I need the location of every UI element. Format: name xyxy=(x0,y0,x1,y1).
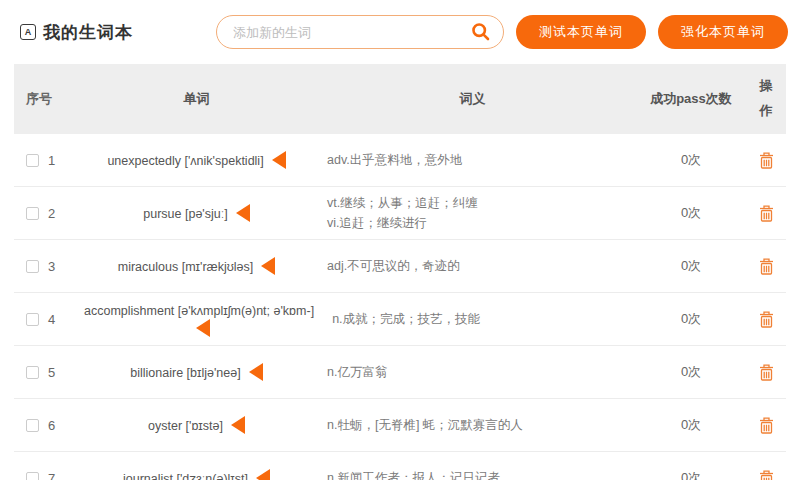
top-bar: A 我的生词本 测试本页单词 强化本页单词 xyxy=(0,0,800,64)
word-text: miraculous [mɪ'rækjʊləs] xyxy=(118,260,254,274)
row-checkbox[interactable] xyxy=(26,207,39,220)
table-row: 5 billionaire [bɪljə'neə] n.亿万富翁 0次 xyxy=(14,346,786,399)
row-checkbox[interactable] xyxy=(26,366,39,379)
delete-word-button[interactable] xyxy=(758,416,775,435)
row-index: 6 xyxy=(48,418,55,433)
table-row: 1 unexpectedly ['ʌnik'spektidli] adv.出乎意… xyxy=(14,134,786,187)
delete-word-button[interactable] xyxy=(758,151,775,170)
pass-count: 0次 xyxy=(636,257,746,275)
pronounce-icon[interactable] xyxy=(249,363,263,381)
table-header-row: 序号 单词 词义 成功pass次数 操作 xyxy=(14,64,786,134)
page-title: 我的生词本 xyxy=(43,21,133,44)
trash-icon xyxy=(758,257,775,276)
row-index: 1 xyxy=(48,153,55,168)
row-index: 2 xyxy=(48,206,55,221)
word-text: unexpectedly ['ʌnik'spektidli] xyxy=(107,154,263,168)
pronounce-icon[interactable] xyxy=(236,204,250,222)
row-index: 4 xyxy=(48,312,55,327)
pronounce-icon[interactable] xyxy=(231,416,245,434)
delete-word-button[interactable] xyxy=(758,469,775,480)
pronounce-icon[interactable] xyxy=(196,319,210,337)
col-header-action: 操作 xyxy=(746,74,786,123)
pass-count: 0次 xyxy=(636,416,746,434)
word-text: oyster ['ɒɪstə] xyxy=(148,419,223,433)
row-index: 7 xyxy=(48,471,55,480)
word-text: billionaire [bɪljə'neə] xyxy=(130,366,240,380)
pronounce-icon[interactable] xyxy=(261,257,275,275)
trash-icon xyxy=(758,310,775,329)
col-header-word: 单词 xyxy=(84,90,309,108)
col-header-meaning: 词义 xyxy=(309,90,636,108)
word-text: accomplishment [ə'kʌmplɪʃm(ə)nt; ə'kɒm-] xyxy=(84,304,314,318)
word-meaning: adj.不可思议的，奇迹的 xyxy=(327,259,460,273)
search-icon xyxy=(471,22,491,42)
word-text: pursue [pə'sjuː] xyxy=(143,207,227,221)
trash-icon xyxy=(758,204,775,223)
word-meaning: n.新闻工作者；报人；记日记者 xyxy=(327,471,500,480)
row-index: 5 xyxy=(48,365,55,380)
pass-count: 0次 xyxy=(636,469,746,480)
word-text: journalist ['dʒɜːn(ə)lɪst] xyxy=(123,472,248,480)
pass-count: 0次 xyxy=(636,310,746,328)
table-row: 3 miraculous [mɪ'rækjʊləs] adj.不可思议的，奇迹的… xyxy=(14,240,786,293)
pass-count: 0次 xyxy=(636,363,746,381)
delete-word-button[interactable] xyxy=(758,363,775,382)
table-row: 6 oyster ['ɒɪstə] n.牡蛎，[无脊椎] 蚝；沉默寡言的人 0次 xyxy=(14,399,786,452)
word-meaning: vt.继续；从事；追赶；纠缠 vi.追赶；继续进行 xyxy=(327,196,478,230)
col-header-index: 序号 xyxy=(14,90,84,108)
test-page-words-button[interactable]: 测试本页单词 xyxy=(516,15,646,49)
pass-count: 0次 xyxy=(636,204,746,222)
word-meaning: adv.出乎意料地，意外地 xyxy=(327,153,462,167)
row-index: 3 xyxy=(48,259,55,274)
row-checkbox[interactable] xyxy=(26,154,39,167)
word-meaning: n.牡蛎，[无脊椎] 蚝；沉默寡言的人 xyxy=(327,418,523,432)
add-word-search-box xyxy=(216,15,504,49)
delete-word-button[interactable] xyxy=(758,310,775,329)
search-button[interactable] xyxy=(471,22,491,42)
row-checkbox[interactable] xyxy=(26,472,39,480)
reinforce-page-words-button[interactable]: 强化本页单词 xyxy=(658,15,788,49)
trash-icon xyxy=(758,363,775,382)
wordbook-icon: A xyxy=(20,24,36,40)
vocabulary-table: 序号 单词 词义 成功pass次数 操作 1 unexpectedly ['ʌn… xyxy=(14,64,786,480)
pronounce-icon[interactable] xyxy=(272,151,286,169)
table-row: 4 accomplishment [ə'kʌmplɪʃm(ə)nt; ə'kɒm… xyxy=(14,293,786,346)
table-row: 2 pursue [pə'sjuː] vt.继续；从事；追赶；纠缠 vi.追赶；… xyxy=(14,187,786,240)
trash-icon xyxy=(758,469,775,480)
add-word-input[interactable] xyxy=(216,15,504,49)
col-header-pass: 成功pass次数 xyxy=(636,90,746,108)
delete-word-button[interactable] xyxy=(758,257,775,276)
table-row: 7 journalist ['dʒɜːn(ə)lɪst] n.新闻工作者；报人；… xyxy=(14,452,786,480)
word-meaning: n.成就；完成；技艺，技能 xyxy=(332,312,480,326)
page-title-group: A 我的生词本 xyxy=(20,21,133,44)
word-meaning: n.亿万富翁 xyxy=(327,365,387,379)
pronounce-icon[interactable] xyxy=(256,469,270,480)
delete-word-button[interactable] xyxy=(758,204,775,223)
row-checkbox[interactable] xyxy=(26,419,39,432)
row-checkbox[interactable] xyxy=(26,260,39,273)
pass-count: 0次 xyxy=(636,151,746,169)
trash-icon xyxy=(758,416,775,435)
row-checkbox[interactable] xyxy=(26,313,39,326)
trash-icon xyxy=(758,151,775,170)
